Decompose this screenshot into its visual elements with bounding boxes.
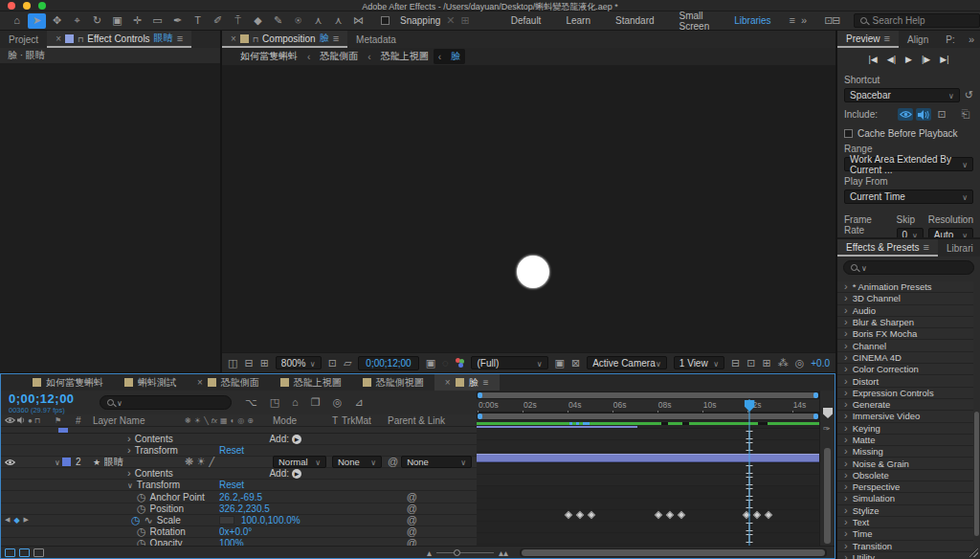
reset-icon[interactable] — [965, 90, 973, 101]
chevron-right-icon[interactable] — [844, 352, 848, 363]
lock-column-icon[interactable]: ⊓ — [34, 416, 40, 425]
flowchart-icon[interactable]: ⁂ — [778, 358, 789, 369]
panel-menu-icon[interactable] — [333, 34, 339, 44]
panel-menu-icon[interactable] — [924, 242, 929, 253]
scale-value[interactable]: 100.0,100.0% — [241, 515, 301, 525]
effects-category-row[interactable]: Audio — [837, 305, 973, 317]
workspace-tab[interactable]: Default — [499, 15, 554, 26]
layer-color-swatch[interactable] — [62, 458, 71, 466]
anchor-point-value[interactable]: 26.2,-69.5 — [219, 492, 307, 503]
time-navigator-bar[interactable] — [477, 391, 819, 399]
position-value[interactable]: 326.2,230.5 — [219, 503, 307, 514]
chevron-right-icon[interactable] — [844, 552, 848, 559]
label-column-icon[interactable]: ⚑ — [55, 416, 61, 425]
work-area-bar[interactable] — [477, 413, 819, 420]
stopwatch-icon[interactable] — [137, 526, 146, 537]
position-row[interactable]: Position 326.2,230.5 — [1, 503, 477, 515]
stopwatch-icon-active[interactable] — [131, 515, 141, 525]
chevron-right-icon[interactable] — [844, 317, 848, 327]
view-layout-select[interactable]: 1 View — [674, 356, 724, 369]
timeline-zoom-control[interactable]: ▴ ▴▴ — [427, 548, 508, 558]
chevron-right-icon[interactable] — [844, 328, 848, 339]
workspace-menu-icon[interactable] — [790, 15, 795, 26]
effects-category-row[interactable]: Generate — [837, 399, 973, 411]
next-keyframe-icon[interactable]: ▶ — [24, 516, 29, 524]
effects-category-row[interactable]: CINEMA 4D — [837, 352, 973, 364]
chevron-right-icon[interactable] — [844, 364, 848, 374]
tool-button[interactable]: ⍑ — [229, 13, 247, 29]
tab-effects-presets[interactable]: Effects & Presets — [837, 239, 938, 257]
reset-link[interactable]: Reset — [219, 445, 307, 456]
rotation-value[interactable]: 0x+0.0° — [219, 526, 307, 537]
effects-category-row[interactable]: Color Correction — [837, 364, 973, 375]
stopwatch-icon[interactable] — [137, 492, 146, 503]
breadcrumb-item[interactable]: 恐龍側面 — [302, 49, 363, 64]
close-icon[interactable] — [445, 377, 451, 388]
comp-button-icon[interactable]: ✑ — [823, 425, 831, 434]
effects-category-row[interactable]: Channel — [837, 340, 973, 351]
tool-button[interactable]: ◆ — [249, 13, 267, 29]
help-search-field[interactable]: Search Help — [854, 13, 980, 28]
track-contents-2[interactable] — [477, 463, 819, 475]
close-icon[interactable] — [56, 34, 61, 44]
panel-overflow-icon[interactable] — [969, 34, 974, 45]
chevron-right-icon[interactable] — [844, 493, 848, 503]
tool-button[interactable]: ✐ — [209, 13, 227, 29]
include-overlays-icon[interactable]: ⊡ — [934, 108, 949, 121]
zoom-slider[interactable] — [436, 552, 494, 553]
shortcut-select[interactable]: Spacebar — [844, 88, 960, 102]
tool-button[interactable]: T — [189, 13, 207, 29]
layer-name-column-header[interactable]: Layer Name — [93, 415, 185, 426]
comp-marker-bin-icon[interactable] — [823, 408, 833, 418]
layer-expander-icon[interactable] — [55, 457, 60, 467]
stopwatch-icon[interactable] — [137, 503, 146, 514]
workspace-tab[interactable]: Learn — [553, 15, 603, 26]
track-layer-eye[interactable] — [477, 452, 819, 463]
always-preview-icon[interactable]: ◫ — [228, 358, 237, 369]
mini-flowchart-icon[interactable]: ⌥ — [245, 397, 257, 408]
panel-menu-icon[interactable] — [483, 377, 489, 388]
expression-pickwhip-icon[interactable] — [407, 526, 417, 537]
effects-category-row[interactable]: Immersive Video — [837, 411, 973, 422]
expander-icon[interactable] — [127, 480, 133, 490]
expand-layer-switches-icon[interactable] — [5, 548, 15, 557]
motion-blur-icon[interactable]: ◎ — [333, 397, 343, 408]
blend-mode-select[interactable]: Normal — [273, 456, 326, 468]
breadcrumb-item[interactable]: 臉 — [434, 49, 465, 64]
tab-metadata[interactable]: Metadata — [347, 31, 405, 48]
parent-link-column-header[interactable]: Parent & Link — [388, 415, 479, 426]
layer-row-eye[interactable]: 2 眼睛 ❋☀╱ Normal None None — [1, 457, 477, 468]
solo-column-icon[interactable]: ● — [28, 416, 33, 425]
timeline-tab[interactable]: 恐龍側面 — [187, 374, 270, 391]
snap-option-icon-1[interactable]: ✕ — [446, 15, 455, 26]
keyframe-diamond[interactable] — [765, 511, 772, 519]
transport-button[interactable]: |◀ — [869, 55, 878, 64]
pixel-aspect-icon[interactable]: ⊟ — [731, 358, 740, 369]
tab-align[interactable]: Align — [899, 31, 937, 48]
chevron-right-icon[interactable] — [844, 293, 848, 303]
chevron-right-icon[interactable] — [844, 376, 848, 387]
effects-category-row[interactable]: Expression Controls — [837, 388, 973, 399]
workspace-overflow-icon[interactable] — [801, 15, 807, 26]
range-select[interactable]: Work Area Extended By Current ... — [844, 157, 973, 171]
region-of-interest-icon[interactable]: ▣ — [555, 358, 565, 369]
timeline-button-icon[interactable]: ⊞ — [762, 358, 770, 369]
effects-category-row[interactable]: Obsolete — [837, 470, 973, 481]
timeline-search-field[interactable] — [100, 395, 232, 410]
timeline-track-area[interactable]: 0:00s02s04s06s08s10s12s14s — [477, 391, 819, 546]
channels-icon[interactable] — [456, 358, 465, 368]
track-transform-2[interactable] — [477, 475, 819, 486]
tab-preview[interactable]: Preview — [837, 31, 899, 48]
transport-button[interactable]: |▶ — [922, 55, 930, 64]
mode-column-header[interactable]: Mode — [273, 415, 332, 426]
cache-before-playback-checkbox[interactable] — [844, 129, 853, 138]
keyframe-diamond[interactable] — [677, 511, 684, 519]
chevron-right-icon[interactable] — [844, 388, 848, 398]
lock-icon[interactable] — [253, 34, 258, 44]
camera-select[interactable]: Active Camera — [587, 356, 667, 369]
transform-row-2[interactable]: Transform Reset — [1, 480, 477, 491]
chevron-right-icon[interactable] — [844, 517, 848, 527]
track-opacity[interactable] — [477, 533, 819, 545]
tool-button[interactable]: ✎ — [269, 13, 287, 29]
grid-guides-icon[interactable]: ⊡ — [328, 358, 337, 369]
